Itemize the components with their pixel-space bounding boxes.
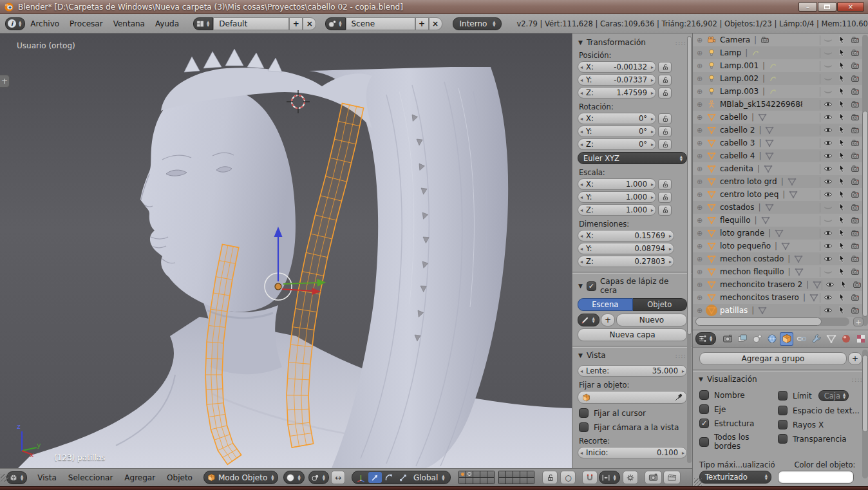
visibility-toggle[interactable] [823,190,833,200]
display-panel-header[interactable]: ▼ Visualización :::: [699,375,863,384]
add-scene-button[interactable]: + [415,17,429,30]
selectability-toggle[interactable] [836,126,846,135]
add-group-plus-button[interactable]: + [848,352,862,365]
toolbar-open-tab[interactable]: + [0,75,10,88]
view-panel-header[interactable]: ▼ Vista :::: [578,351,686,360]
checkbox-nombre[interactable]: Nombre [699,390,765,400]
editor-type-selector[interactable]: ▲▼ [6,471,27,484]
increment-icon[interactable]: ▸ [680,450,686,456]
viewport-3d[interactable]: Usuario (ortog) (123) patillas z y x + ▼… [0,33,692,468]
tab-material[interactable] [839,332,853,346]
menu-archivo[interactable]: Archivo [30,19,59,28]
expand-icon[interactable]: ⊕ [697,100,706,109]
translate-button[interactable] [368,472,382,483]
corner-grip-icon[interactable] [694,478,702,486]
visibility-toggle[interactable] [823,138,833,148]
grease-pencil-panel-header[interactable]: ▼ ✓ Capas de lápiz de cera [578,277,686,295]
outliner-item-mblab-sk1542269688-91[interactable]: ⊕MBlab_sk1542269688.91 [693,98,868,111]
expand-icon[interactable]: ⊕ [697,281,706,289]
menu-vista[interactable]: Vista [37,473,57,482]
expand-icon[interactable]: ⊕ [697,294,706,302]
layer-cell[interactable] [487,478,494,484]
expand-icon[interactable]: ⊕ [697,203,706,212]
checkbox[interactable] [579,408,589,418]
outliner-item-camera[interactable]: ⊕Camera| [693,33,868,46]
opengl-render-button[interactable] [645,471,662,484]
visibility-toggle[interactable] [823,241,833,251]
selectability-toggle[interactable] [836,138,846,148]
manipulate-centers-button[interactable]: ↔ [331,471,345,484]
scale-y-field[interactable]: ◂Y:1.000▸ [578,191,656,203]
rotation-x-field[interactable]: ◂X:0°▸ [578,113,656,124]
rotation-z-field[interactable]: ◂Z:0°▸ [578,138,656,150]
outliner-item-costados[interactable]: ⊕costados| [693,201,868,214]
visibility-toggle[interactable] [825,280,835,290]
outliner-item-mechon-flequillo[interactable]: ⊕mechon flequillo| [693,265,868,278]
visibility-toggle[interactable] [823,87,833,97]
add-icon-button[interactable]: + [601,314,615,326]
render-toggle[interactable] [850,87,860,97]
scene-field[interactable]: Scene [346,17,415,30]
expand-icon[interactable]: ⊕ [697,255,706,263]
selectability-toggle[interactable] [836,216,846,225]
lens-field[interactable]: ◂ Lente: 35.000 ▸ [578,365,687,377]
outliner-item-lamp-003[interactable]: ⊕Lamp.003| [693,85,868,98]
expand-icon[interactable]: ⊕ [697,165,706,173]
visibility-toggle[interactable] [823,216,833,225]
tab-constraints[interactable] [795,332,808,346]
decrement-icon[interactable]: ◂ [578,368,585,374]
outliner-item-lamp[interactable]: ⊕Lamp| [693,46,868,59]
checkbox[interactable] [778,434,788,444]
increment-icon[interactable]: ▸ [667,233,674,239]
selectability-toggle[interactable] [836,177,846,187]
eyedropper-icon[interactable] [674,393,683,402]
outliner-item-mechoncito-trasero-2[interactable]: ⊕mechoncito trasero 2| [693,278,868,291]
expand-icon[interactable]: ⊕ [697,49,706,57]
new-layer-button[interactable]: Nueva capa [578,328,687,341]
lock-toggle[interactable] [658,88,672,99]
render-toggle[interactable] [850,267,860,277]
lock-toggle[interactable] [658,205,672,216]
selectability-toggle[interactable] [836,61,846,71]
outliner-item-cadenita[interactable]: ⊕cadenita| [693,162,868,175]
expand-icon[interactable]: ⊕ [697,126,706,135]
maxdraw-dropdown[interactable]: Texturizado ▲▼ [699,471,771,484]
layer-cell[interactable] [520,471,527,477]
decrement-icon[interactable]: ◂ [578,142,585,147]
visibility-toggle[interactable] [823,48,833,58]
checkbox[interactable] [699,404,709,414]
tab-render[interactable] [721,332,734,346]
menu-ayuda[interactable]: Ayuda [155,19,179,28]
shading-selector[interactable]: ▲▼ [283,471,304,484]
snap-element-selector[interactable]: ▲▼ [599,471,619,484]
selectability-toggle[interactable] [836,306,846,316]
render-toggle[interactable] [850,203,860,212]
scene-icon-button[interactable]: ▲▼ [325,17,345,30]
collapse-icon[interactable]: ▼ [578,39,583,46]
increment-icon[interactable]: ▸ [649,64,656,70]
decrement-icon[interactable]: ◂ [578,90,585,96]
decrement-icon[interactable]: ◂ [578,64,585,70]
selectability-toggle[interactable] [836,203,846,212]
outliner-item-cabello-2[interactable]: ⊕cabello 2| [693,124,868,137]
tab-escena[interactable]: Escena [578,298,633,311]
scale-button[interactable] [397,472,410,483]
render-toggle[interactable] [850,254,860,264]
decrement-icon[interactable]: ◂ [578,233,585,239]
outliner-item-mechoncitos-trasero[interactable]: ⊕mechoncitos trasero| [693,291,868,304]
collapse-icon[interactable]: ▼ [578,283,583,289]
render-toggle[interactable] [850,229,860,238]
selectability-toggle[interactable] [836,241,846,251]
mode-selector[interactable]: Modo Objeto ▲▼ [203,471,279,484]
object-color-swatch[interactable] [778,471,854,484]
outliner-item-centro-loto-peq[interactable]: ⊕centro loto peq| [693,188,868,201]
render-toggle[interactable] [850,306,860,316]
expand-icon[interactable]: ⊕ [697,306,706,315]
tab-data[interactable] [824,332,838,346]
lock-toggle[interactable] [658,139,672,150]
orientation-selector[interactable]: Global ▲▼ [411,473,449,482]
tab-objeto[interactable]: Objeto [633,298,688,311]
layer-cell[interactable] [527,471,534,477]
checkbox[interactable] [778,420,788,429]
selectability-toggle[interactable] [836,100,846,109]
